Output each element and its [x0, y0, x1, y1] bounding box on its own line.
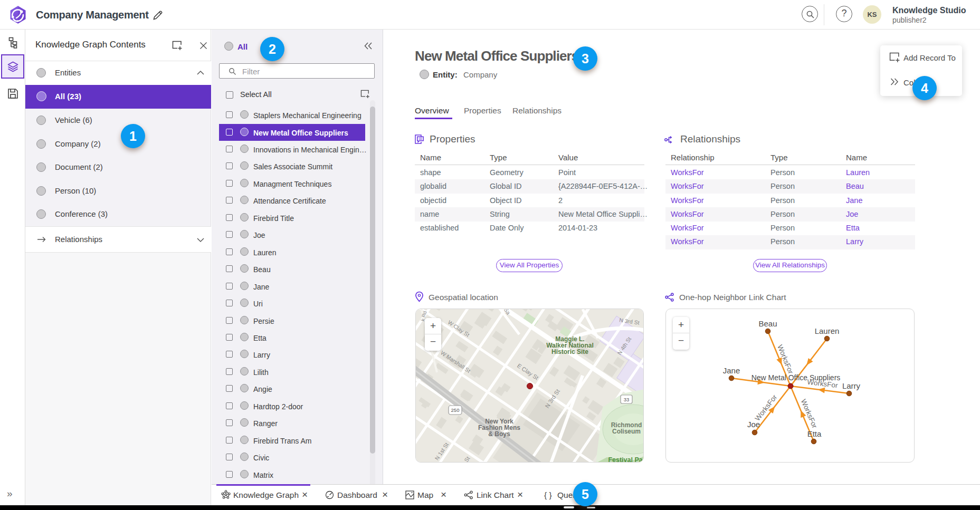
svg-text:Jane: Jane — [723, 366, 740, 375]
svg-text:Coliseum: Coliseum — [612, 428, 641, 435]
svg-text:Beau: Beau — [758, 319, 777, 328]
svg-text:Festival Park: Festival Park — [608, 456, 644, 463]
svg-text:Etta: Etta — [807, 429, 822, 438]
svg-text:250: 250 — [451, 407, 460, 413]
svg-text:33: 33 — [624, 397, 630, 402]
svg-text:& Boys: & Boys — [488, 430, 510, 438]
svg-text:Larry: Larry — [842, 381, 861, 390]
svg-text:Lauren: Lauren — [815, 326, 840, 335]
svg-text:Historic Site: Historic Site — [551, 348, 588, 355]
